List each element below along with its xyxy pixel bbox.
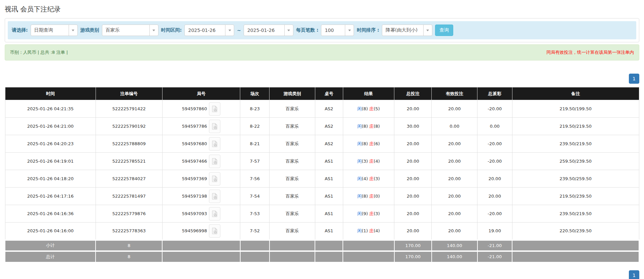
subtotal-row-empty [240, 240, 270, 251]
video-replay-button[interactable] [209, 207, 220, 221]
table-row: 2025-01-26 04:18:20522225784027594597369… [5, 170, 639, 188]
round-number-wrap: 594597786 [182, 120, 220, 133]
chevron-down-icon[interactable] [149, 25, 158, 36]
time-sort-select[interactable]: 降幂(由大到小) [382, 25, 432, 36]
page-title: 视讯 会员下注纪录 [5, 5, 639, 14]
game-type-select[interactable]: 百家乐 [102, 25, 158, 36]
bet-number-cell: 522225781497 [96, 188, 162, 205]
subtotal-row-label: 小计 [5, 240, 96, 251]
date-range-separator: ~ [237, 28, 241, 33]
subtotal-row-empty [162, 240, 240, 251]
column-header: 注单编号 [96, 87, 162, 100]
chevron-down-icon [426, 30, 429, 31]
round-number-wrap: 594597093 [182, 207, 220, 221]
table-row: 2025-01-26 04:16:00522225778363594596998… [5, 223, 639, 240]
query-type-label: 请选择: [12, 27, 28, 33]
total-bet-cell: 20.00 [394, 223, 432, 240]
table-number-cell: AS1 [315, 205, 343, 223]
chevron-down-icon[interactable] [69, 25, 77, 36]
valid-bet-cell: 20.00 [432, 188, 477, 205]
chevron-down-icon[interactable] [284, 25, 293, 36]
query-button[interactable]: 查询 [435, 25, 453, 36]
result-cell: 闲(8) 庄(0) [343, 188, 394, 205]
table-number-cell: AS1 [315, 170, 343, 188]
query-type-select[interactable]: 日期查询 [31, 25, 78, 36]
time-cell: 2025-01-26 04:21:00 [5, 118, 96, 135]
banker-result-label: 庄 [369, 176, 373, 181]
round-number-cell: 594597093 [162, 205, 240, 223]
game-type-cell: 百家乐 [270, 188, 315, 205]
bet-number-cell: 522225791422 [96, 100, 162, 118]
game-type-cell: 百家乐 [270, 223, 315, 240]
column-header: 桌号 [315, 87, 343, 100]
time-cell: 2025-01-26 04:16:00 [5, 223, 96, 240]
table-number-cell: AS2 [315, 135, 343, 153]
video-replay-button[interactable] [209, 190, 220, 203]
time-cell: 2025-01-26 04:17:16 [5, 188, 96, 205]
session-cell: 7-57 [240, 153, 270, 170]
round-number-wrap: 594596998 [182, 224, 220, 238]
game-type-cell: 百家乐 [270, 118, 315, 135]
subtotal-row-total-bet: 170.00 [394, 240, 432, 251]
total-row: 总计8170.00140.00-21.00 [5, 251, 639, 262]
game-type-cell: 百家乐 [270, 135, 315, 153]
chevron-down-icon [152, 30, 155, 31]
payout-cell: -20.00 [477, 135, 512, 153]
banker-result-label: 庄 [369, 194, 373, 199]
date-to-select[interactable]: 2025-01-26 [244, 25, 293, 36]
result-cell: 闲(9) 庄(3) [343, 205, 394, 223]
total-bet-cell: 20.00 [394, 170, 432, 188]
video-file-icon [212, 193, 217, 200]
page-1-button[interactable]: 1 [629, 74, 639, 84]
currency-summary-text: 币别 : 人民币 | 总共 :8 注单 | [10, 49, 68, 55]
video-file-icon [212, 106, 217, 112]
player-result-label: 闲 [357, 106, 362, 111]
filter-panel: 请选择: 日期查询 游戏类别 百家乐 时间区间: 2025-01-26 ~ 20… [5, 18, 639, 42]
result-cell: 闲(3) 庄(4) [343, 153, 394, 170]
video-replay-button[interactable] [209, 120, 220, 133]
page-size-select[interactable]: 100 [321, 25, 354, 36]
page-1-button-bottom[interactable]: 1 [629, 270, 639, 279]
payout-cell: 19.00 [477, 223, 512, 240]
video-replay-button[interactable] [209, 137, 220, 151]
video-replay-button[interactable] [209, 102, 220, 116]
game-type-cell: 百家乐 [270, 205, 315, 223]
video-replay-button[interactable] [209, 155, 220, 168]
date-to-value: 2025-01-26 [244, 25, 284, 36]
result-cell: 闲(8) 庄(8) [343, 118, 394, 135]
round-number-wrap: 594597860 [182, 102, 220, 116]
banker-result-label: 庄 [369, 228, 373, 233]
round-number: 594597786 [182, 124, 207, 129]
round-number-wrap: 594597369 [182, 172, 220, 186]
chevron-down-icon [228, 30, 231, 31]
column-header: 总投注 [394, 87, 432, 100]
bet-number-cell: 522225779876 [96, 205, 162, 223]
total-bet-cell: 20.00 [394, 205, 432, 223]
result-cell: 闲(8) 庄(6) [343, 135, 394, 153]
subtotal-row: 小计8170.00140.00-21.00 [5, 240, 639, 251]
valid-bet-notice-text: 同局有效投注，统一计算在该局第一张注单内 [546, 49, 634, 55]
table-number-cell: AS1 [315, 153, 343, 170]
game-type-value: 百家乐 [102, 25, 149, 36]
column-header: 游戏类别 [270, 87, 315, 100]
player-result-points: (8) [362, 141, 369, 146]
chevron-down-icon[interactable] [345, 25, 354, 36]
session-cell: 7-52 [240, 223, 270, 240]
date-range-label: 时间区间: [161, 27, 182, 33]
video-replay-button[interactable] [209, 172, 220, 186]
chevron-down-icon [348, 30, 351, 31]
video-replay-button[interactable] [209, 224, 220, 238]
player-result-points: (8) [362, 194, 369, 199]
chevron-down-icon[interactable] [423, 25, 432, 36]
video-file-icon [212, 141, 217, 147]
date-from-select[interactable]: 2025-01-26 [184, 25, 234, 36]
total-row-empty [240, 251, 270, 262]
banker-result-points: (6) [373, 141, 380, 146]
valid-bet-cell: 0.00 [432, 118, 477, 135]
player-result-points: (1) [362, 228, 369, 233]
player-result-points: (8) [362, 106, 369, 111]
chevron-down-icon [72, 30, 74, 31]
payout-cell: 20.00 [477, 170, 512, 188]
chevron-down-icon[interactable] [225, 25, 234, 36]
table-row: 2025-01-26 04:21:00522225790192594597786… [5, 118, 639, 135]
